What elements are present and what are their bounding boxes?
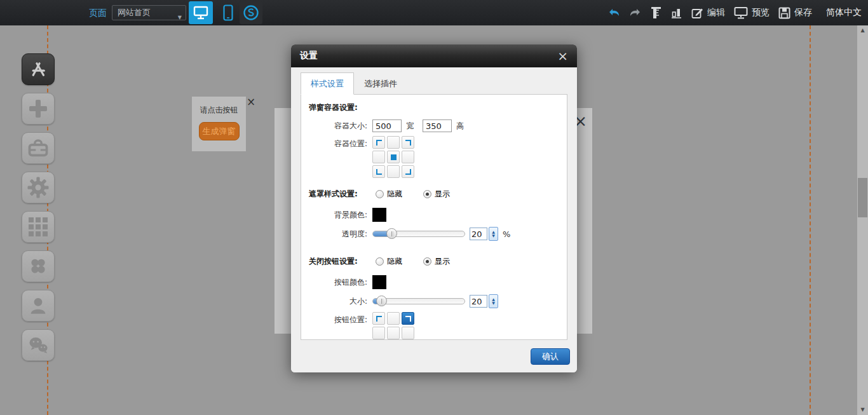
container-width-input[interactable]: [372, 119, 402, 132]
radio-unchecked-icon: [376, 257, 384, 266]
closebtn-hide-radio[interactable]: 隐藏: [372, 256, 402, 267]
sidebar-item-components[interactable]: [22, 250, 55, 282]
container-size-row: 容器大小: 宽 高: [301, 119, 567, 132]
mobile-view-button[interactable]: [216, 1, 240, 24]
corner-top-right-icon: [405, 316, 411, 322]
dialog-header[interactable]: 设置 ×: [291, 44, 577, 67]
closebtn-show-label: 显示: [435, 256, 450, 267]
save-button[interactable]: 保存: [778, 7, 812, 19]
closebtn-show-radio[interactable]: 显示: [420, 256, 450, 267]
share-link-button[interactable]: [240, 1, 262, 24]
opacity-slider-thumb[interactable]: [386, 228, 397, 239]
btnpos-top-left-button[interactable]: [372, 312, 385, 325]
tab-style-settings[interactable]: 样式设置: [301, 72, 354, 95]
sidebar-item-modules[interactable]: [22, 211, 55, 243]
sidebar-item-wechat[interactable]: [22, 329, 55, 361]
radio-unchecked-icon: [376, 190, 384, 198]
position-center-button[interactable]: [387, 151, 400, 163]
spinner-down-icon: ▼: [492, 234, 495, 238]
desktop-view-button[interactable]: [189, 1, 213, 24]
mask-hide-radio[interactable]: 隐藏: [372, 189, 402, 200]
page-label: 页面: [89, 0, 107, 25]
opacity-unit-label: %: [503, 229, 510, 239]
closebtn-color-label: 按钮颜色:: [309, 277, 367, 288]
container-size-label: 容器大小:: [309, 121, 367, 132]
opacity-spinner[interactable]: ▲ ▼: [489, 227, 498, 241]
opacity-value-input[interactable]: [470, 228, 487, 240]
radio-checked-icon: [423, 190, 431, 198]
btnpos-right-button[interactable]: [402, 327, 414, 339]
sidebar-item-settings[interactable]: [22, 172, 55, 203]
widget-hint-text: 请点击按钮: [192, 105, 246, 116]
size-slider-thumb[interactable]: [376, 296, 387, 306]
save-icon: [778, 7, 790, 19]
closebtn-size-row: 大小: ▲ ▼: [301, 294, 567, 308]
width-unit-label: 宽: [406, 121, 414, 132]
position-bottom-right-button[interactable]: [402, 165, 414, 178]
save-label: 保存: [794, 7, 812, 18]
container-section-heading: 弹窗容器设置:: [301, 102, 567, 113]
dialog-body: 样式设置 选择插件 弹窗容器设置: 容器大小: 宽 高: [291, 67, 577, 372]
opacity-label: 透明度:: [309, 229, 367, 240]
closebtn-color-swatch[interactable]: [372, 275, 386, 289]
container-height-input[interactable]: [423, 119, 452, 132]
container-position-label: 容器位置:: [309, 136, 367, 149]
scrollbar-thumb[interactable]: [858, 178, 867, 217]
stats-button[interactable]: [671, 7, 682, 18]
sidebar-item-design[interactable]: [22, 53, 55, 85]
generate-popup-button[interactable]: 生成弹窗: [199, 122, 240, 140]
preview-button[interactable]: 预览: [734, 6, 770, 19]
position-top-left-button[interactable]: [372, 136, 385, 149]
container-position-row: 容器位置:: [301, 136, 567, 178]
scroll-down-icon[interactable]: ▼: [857, 405, 868, 415]
popup-widget[interactable]: 请点击按钮 生成弹窗: [192, 97, 246, 151]
language-switch[interactable]: 简体中文: [826, 7, 862, 18]
opacity-slider[interactable]: [372, 231, 465, 237]
redo-icon: [629, 8, 642, 18]
position-top-right-button[interactable]: [402, 136, 414, 149]
btnpos-left-button[interactable]: [372, 327, 385, 339]
bg-color-label: 背景颜色:: [309, 210, 367, 221]
page-select[interactable]: 网站首页 ▼: [112, 5, 186, 20]
widget-close-icon[interactable]: ×: [247, 97, 255, 107]
confirm-button[interactable]: 确认: [531, 348, 570, 365]
grid-icon: [29, 217, 48, 236]
closebtn-size-slider[interactable]: [372, 298, 465, 304]
dialog-tabs: 样式设置 选择插件: [301, 72, 567, 95]
page-select-value: 网站首页: [118, 8, 151, 17]
position-bottom-button[interactable]: [387, 165, 400, 178]
sidebar-item-toolbox[interactable]: [22, 132, 55, 164]
spinner-down-icon: ▼: [492, 301, 495, 305]
position-left-button[interactable]: [372, 151, 385, 163]
btnpos-center-button[interactable]: [387, 327, 400, 339]
corner-top-left-icon: [376, 140, 382, 146]
mask-show-radio[interactable]: 显示: [420, 189, 450, 200]
position-top-button[interactable]: [387, 136, 400, 149]
closebtn-size-input[interactable]: [470, 295, 487, 308]
vertical-scrollbar[interactable]: ▲ ▼: [857, 25, 868, 415]
sidebar-item-add[interactable]: [22, 93, 55, 125]
redo-button[interactable]: [629, 8, 642, 18]
gear-icon: [27, 176, 50, 199]
closebtn-position-grid: [372, 312, 414, 340]
ruler-button[interactable]: [651, 6, 662, 19]
btnpos-top-right-button[interactable]: [402, 312, 414, 325]
edit-button[interactable]: 编辑: [691, 7, 725, 19]
tab-choose-plugin[interactable]: 选择插件: [354, 72, 407, 95]
position-bottom-left-button[interactable]: [372, 165, 385, 178]
dialog-close-icon[interactable]: ×: [557, 50, 568, 62]
scroll-up-icon[interactable]: ▲: [857, 25, 868, 36]
position-right-button[interactable]: [402, 151, 414, 163]
size-spinner[interactable]: ▲ ▼: [489, 294, 498, 308]
mask-show-label: 显示: [435, 189, 450, 200]
mask-section-heading: 遮罩样式设置: 隐藏 显示: [301, 189, 567, 200]
btnpos-top-button[interactable]: [387, 312, 400, 325]
sidebar-item-user[interactable]: [22, 290, 55, 322]
height-unit-label: 高: [456, 121, 464, 132]
desktop-icon: [193, 5, 208, 20]
link-circle-icon: [243, 4, 259, 21]
undo-button[interactable]: [607, 8, 620, 18]
bg-color-swatch[interactable]: [372, 208, 386, 222]
style-settings-panel: 弹窗容器设置: 容器大小: 宽 高 容器位置:: [301, 94, 567, 340]
preview-monitor-icon: [734, 6, 748, 19]
